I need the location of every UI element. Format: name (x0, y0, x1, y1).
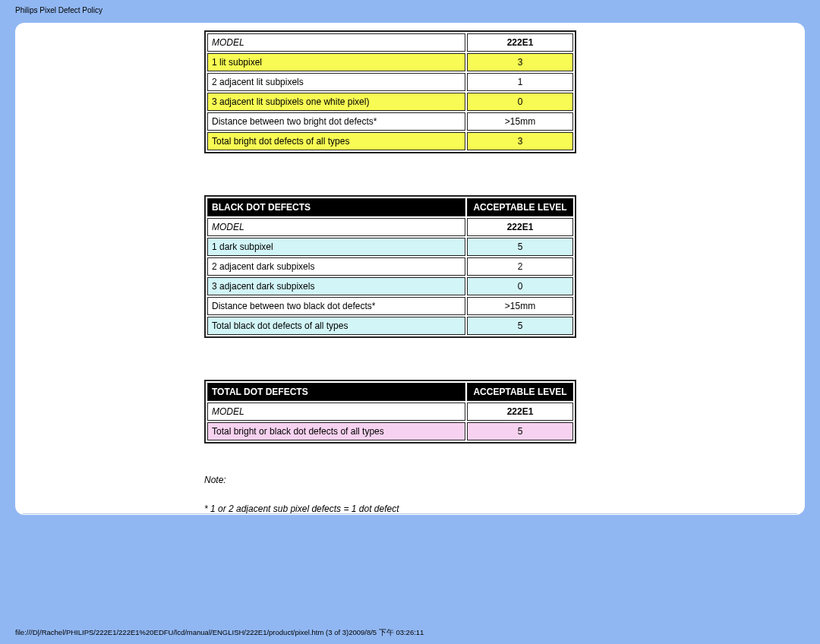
row-value: 5 (467, 317, 573, 335)
row-value: 1 (467, 73, 573, 91)
black-dot-header: BLACK DOT DEFECTS (207, 198, 465, 216)
table-row: Total black dot defects of all types5 (207, 317, 573, 335)
total-dot-header: TOTAL DOT DEFECTS (207, 383, 465, 401)
model-row: MODEL 222E1 (207, 218, 573, 236)
model-name: 222E1 (467, 218, 573, 236)
table-row: 1 dark subpixel5 (207, 238, 573, 256)
row-label: Total black dot defects of all types (207, 317, 465, 335)
table-row: 3 adjacent lit subpixels one white pixel… (207, 93, 573, 111)
row-value: 0 (467, 277, 573, 295)
table-row: 1 lit subpixel3 (207, 53, 573, 71)
note-prefix: Note: (204, 475, 619, 485)
black-dot-table: BLACK DOT DEFECTS ACCEPTABLE LEVEL MODEL… (204, 195, 576, 338)
table-row: Total bright or black dot defects of all… (207, 422, 573, 440)
row-value: 5 (467, 238, 573, 256)
row-value: >15mm (467, 297, 573, 315)
model-row: MODEL 222E1 (207, 33, 573, 52)
notes-block: Note: * 1 or 2 adjacent sub pixel defect… (204, 475, 619, 514)
model-label: MODEL (207, 33, 465, 52)
model-name: 222E1 (467, 402, 573, 421)
table-row: Distance between two bright dot defects*… (207, 112, 573, 131)
row-label: Distance between two black dot defects* (207, 297, 465, 315)
row-label: 3 adjacent lit subpixels one white pixel… (207, 93, 465, 111)
row-label: 2 adjacent lit subpixels (207, 73, 465, 91)
row-value: 5 (467, 422, 573, 440)
model-row: MODEL 222E1 (207, 402, 573, 421)
row-label: Total bright or black dot defects of all… (207, 422, 465, 440)
row-label: 1 dark subpixel (207, 238, 465, 256)
table-row: Total bright dot defects of all types3 (207, 132, 573, 150)
total-dot-table: TOTAL DOT DEFECTS ACCEPTABLE LEVEL MODEL… (204, 380, 576, 444)
row-label: Distance between two bright dot defects* (207, 112, 465, 131)
row-label: 3 adjacent dark subpixels (207, 277, 465, 295)
row-value: 3 (467, 132, 573, 150)
note-line-1: * 1 or 2 adjacent sub pixel defects = 1 … (204, 504, 619, 514)
row-value: >15mm (467, 112, 573, 131)
model-name: 222E1 (467, 33, 573, 52)
page-title: Philips Pixel Defect Policy (15, 6, 102, 14)
row-value: 2 (467, 257, 573, 276)
row-value: 0 (467, 93, 573, 111)
acceptable-level-header: ACCEPTABLE LEVEL (467, 198, 573, 216)
table-header-row: BLACK DOT DEFECTS ACCEPTABLE LEVEL (207, 198, 573, 216)
footer-path: file:///D|/Rachel/PHILIPS/222E1/222E1%20… (15, 628, 424, 638)
row-label: 2 adjacent dark subpixels (207, 257, 465, 276)
row-value: 3 (467, 53, 573, 71)
bright-dot-table: MODEL 222E1 1 lit subpixel32 adjacent li… (204, 30, 576, 153)
model-label: MODEL (207, 402, 465, 421)
row-label: Total bright dot defects of all types (207, 132, 465, 150)
table-row: 3 adjacent dark subpixels0 (207, 277, 573, 295)
document-content: MODEL 222E1 1 lit subpixel32 adjacent li… (186, 30, 619, 515)
table-row: 2 adjacent dark subpixels2 (207, 257, 573, 276)
table-header-row: TOTAL DOT DEFECTS ACCEPTABLE LEVEL (207, 383, 573, 401)
horizontal-rule (23, 513, 797, 515)
document-panel: MODEL 222E1 1 lit subpixel32 adjacent li… (15, 23, 805, 515)
acceptable-level-header: ACCEPTABLE LEVEL (467, 383, 573, 401)
model-label: MODEL (207, 218, 465, 236)
table-row: 2 adjacent lit subpixels1 (207, 73, 573, 91)
row-label: 1 lit subpixel (207, 53, 465, 71)
table-row: Distance between two black dot defects*>… (207, 297, 573, 315)
